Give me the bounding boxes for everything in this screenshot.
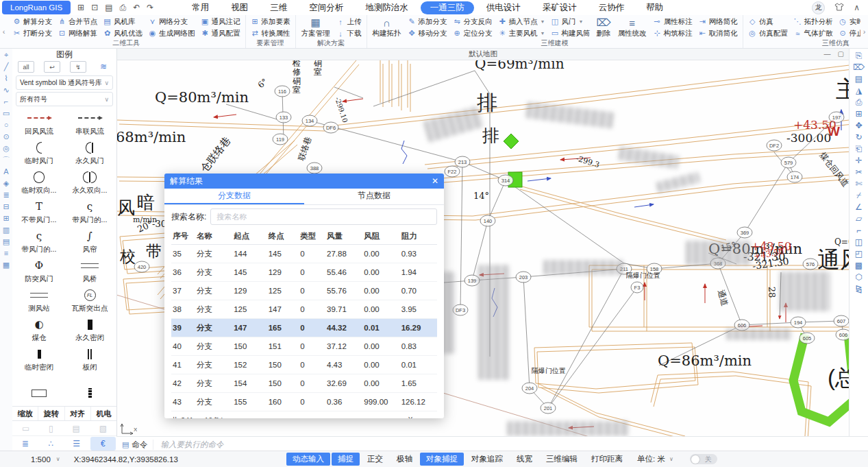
filter-all-button[interactable]: all <box>18 61 34 73</box>
map-tab-label[interactable]: 默认地图 <box>469 49 497 59</box>
dialog-titlebar[interactable]: 解算结果 ✕ <box>164 173 444 189</box>
ribbon-button-转换属性[interactable]: ⇄转换属性 <box>249 27 293 39</box>
maximize-icon[interactable]: ▢ <box>838 50 844 58</box>
map-node-576[interactable]: 576 <box>803 259 818 270</box>
align-top-icon[interactable]: ⊟ <box>3 203 9 211</box>
box3d-icon[interactable]: ▩ <box>855 261 863 270</box>
ribbon-button-实时仿真[interactable]: ◷实时仿真 <box>836 16 860 27</box>
spline-tool-icon[interactable]: ∿ <box>3 86 9 94</box>
legend-item-11[interactable]: 风桥 <box>64 259 115 284</box>
text-tool-icon[interactable]: A <box>3 168 8 176</box>
legend-item-12[interactable]: 测风站 <box>14 289 64 313</box>
undo-icon[interactable]: ↶ <box>133 3 140 12</box>
power-toggle[interactable]: 关 <box>690 454 717 464</box>
map-node-579[interactable]: 579 <box>781 157 796 168</box>
map-node-314[interactable]: 314 <box>498 175 513 186</box>
rotate-icon[interactable]: ↻ <box>855 133 862 141</box>
ribbon-button-定位分支[interactable]: ⊕定位分支 <box>451 27 495 39</box>
goto-page-input[interactable] <box>418 418 437 419</box>
ribbon-button-移动分支[interactable]: ✥移动分支 <box>406 27 449 39</box>
align-bottom-icon[interactable]: ▦ <box>3 261 10 269</box>
legend-item-5[interactable]: 永久双向... <box>64 171 115 195</box>
ribbon-button-属性标注[interactable]: ⊸属性标注 <box>651 16 695 27</box>
legend-item-14[interactable]: ◐煤仓 <box>14 318 64 343</box>
nav-scheme-icon[interactable]: ∴ <box>38 436 64 451</box>
status-toggle-动态输入[interactable]: 动态输入 <box>286 453 330 466</box>
minimize-icon[interactable]: — <box>824 50 831 58</box>
center-circle-tool-icon[interactable]: ⊙ <box>3 133 9 141</box>
ribbon-button-添加要素[interactable]: ⊞添加要素 <box>249 16 293 27</box>
ribbon-button-构筑标注[interactable]: ⊹构筑标注 <box>651 27 695 39</box>
legend-tab-旋转[interactable]: 旋转 <box>38 407 64 420</box>
grid-tool-icon[interactable]: ▤ <box>73 424 80 433</box>
table-row[interactable]: 35分支144145027.880.000.93 <box>171 245 437 263</box>
map-node-606[interactable]: 606 <box>836 329 850 340</box>
align-middle-icon[interactable]: ≡ <box>4 250 8 257</box>
nav-tree-icon[interactable]: ≣ <box>12 436 38 451</box>
distribute-h-icon[interactable]: ▥ <box>3 226 10 234</box>
window-icon[interactable]: ◫ <box>855 238 863 246</box>
map-node-174[interactable]: 174 <box>787 171 802 182</box>
offset-icon[interactable]: ⌐ <box>856 226 861 235</box>
map-node-DF2[interactable]: DF2 <box>767 140 782 151</box>
menu-item-1[interactable]: 视图 <box>221 1 258 14</box>
legend-item-9[interactable]: ∫风帘 <box>64 230 115 254</box>
viewport-icon[interactable]: ◰ <box>855 250 863 258</box>
ellipse-tool-icon[interactable]: ◎ <box>3 145 10 152</box>
theme-icon[interactable] <box>834 3 844 13</box>
brand-button[interactable]: LongRuan GIS <box>2 1 71 14</box>
table-row[interactable]: 42分支154150032.690.001.65 <box>171 374 437 393</box>
legend-item-17[interactable]: 板闭 <box>64 348 115 372</box>
menu-item-5[interactable]: 一通三防 <box>421 1 474 14</box>
ribbon-button-仿真[interactable]: ◇仿真 <box>746 16 790 27</box>
ribbon-button-通风配置[interactable]: ✱通风配置 <box>199 27 243 39</box>
status-toggle-对象捕捉[interactable]: 对象捕捉 <box>420 453 464 466</box>
ribbon-button-删除[interactable]: ⌦删除 <box>593 16 613 39</box>
status-toggle-三维编辑[interactable]: 三维编辑 <box>540 453 584 466</box>
map-node-420[interactable]: 420 <box>134 261 149 272</box>
select-tool-icon[interactable]: ⌖ <box>4 51 8 59</box>
status-toggle-线宽[interactable]: 线宽 <box>510 453 538 466</box>
trim-icon[interactable]: ✄ <box>855 180 862 188</box>
align-center-icon[interactable]: ⊞ <box>3 215 9 222</box>
legend-item-0[interactable]: 回风风流 <box>14 112 64 136</box>
ribbon-button-网络解算[interactable]: ⊡网络解算 <box>55 27 99 39</box>
menu-item-2[interactable]: 三维 <box>260 1 297 14</box>
filter-power-button[interactable]: ↯ <box>70 61 86 73</box>
ribbon-button-风机优选[interactable]: ✿风机优选 <box>101 27 145 39</box>
ribbon-button-方案管理[interactable]: ▦方案管理 <box>299 16 333 39</box>
map-node-388[interactable]: 388 <box>307 163 322 173</box>
erase-icon[interactable]: ⌦ <box>853 63 865 71</box>
collapse-ribbon-icon[interactable]: ∧ <box>854 3 860 12</box>
duplicate-icon[interactable]: ⎗ <box>856 145 863 153</box>
menu-item-7[interactable]: 采矿设计 <box>533 1 586 14</box>
menu-item-4[interactable]: 地测防治水 <box>356 1 418 14</box>
note-icon[interactable]: ▤ <box>855 75 863 83</box>
close-icon[interactable]: ✕ <box>432 176 438 186</box>
ribbon-button-风机库[interactable]: ▤风机库 <box>101 16 145 27</box>
map-node-369[interactable]: 369 <box>737 227 752 238</box>
clip-icon[interactable]: ▱ <box>856 215 862 223</box>
status-toggle-打印距离[interactable]: 打印距离 <box>585 453 629 466</box>
table-row[interactable]: 36分支145129055.460.001.94 <box>171 263 437 282</box>
user-avatar[interactable]: 龙 <box>812 1 825 14</box>
ribbon-button-构建拓扑[interactable]: ∩构建拓扑 <box>370 16 404 39</box>
map-node-201[interactable]: 201 <box>541 403 556 414</box>
ribbon-button-打断分支[interactable]: ✂打断分支 <box>10 27 54 39</box>
filter-return-button[interactable]: ↩ <box>44 61 60 73</box>
ribbon-button-取消简化[interactable]: ⇤取消简化 <box>696 27 740 39</box>
dialog-tab-0[interactable]: 分支数据 <box>164 189 304 204</box>
open-file-icon[interactable]: ⊡ <box>91 3 98 12</box>
ribbon-button-上传[interactable]: ↑上传 <box>334 16 364 27</box>
menu-item-3[interactable]: 空间分析 <box>299 1 353 14</box>
legend-tab-机电[interactable]: 机电 <box>91 407 116 420</box>
status-toggle-正交[interactable]: 正交 <box>361 453 389 466</box>
ribbon-button-拓扑分析[interactable]: ⋱拓扑分析 <box>791 16 835 27</box>
ribbon-button-仿真配置[interactable]: ◎仿真配置 <box>746 27 790 39</box>
symbol-library-select[interactable]: Vent symbol lib 通风符号库∨ <box>16 75 113 90</box>
divide-icon[interactable]: ⌿ <box>856 191 861 200</box>
menu-item-0[interactable]: 常用 <box>182 1 219 14</box>
hatch-icon[interactable]: ⬡ <box>855 273 862 281</box>
ribbon-button-网络分支[interactable]: ⋎网络分支 <box>146 16 197 27</box>
table-row[interactable]: 38分支125147039.710.003.95 <box>171 300 437 319</box>
